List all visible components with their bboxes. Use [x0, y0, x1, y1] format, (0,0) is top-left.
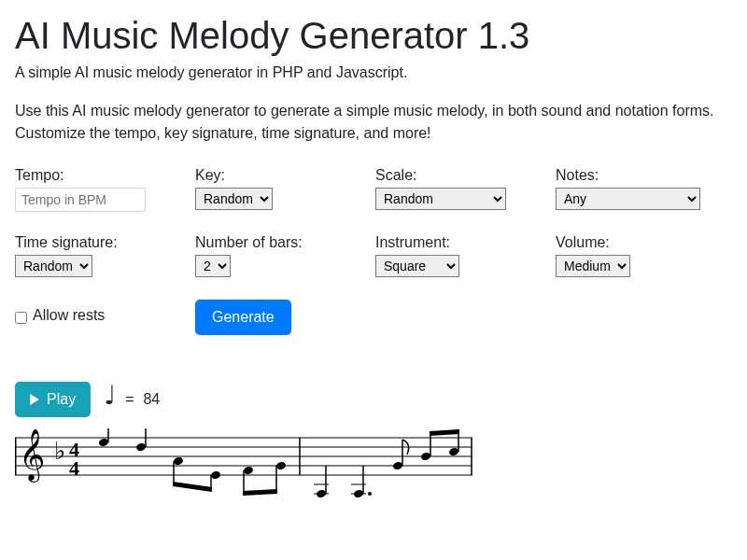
generate-group: Generate [195, 300, 364, 335]
svg-point-25 [316, 489, 327, 498]
tempo-input[interactable] [15, 188, 146, 212]
key-select[interactable]: Random [195, 188, 273, 210]
scale-label: Scale: [375, 167, 544, 184]
form-grid: Tempo: Key: Random Scale: Random Notes: … [15, 167, 725, 335]
play-button-label: Play [47, 391, 76, 408]
volume-label: Volume: [556, 234, 725, 251]
notes-group: Notes: Any [556, 167, 725, 212]
flat-icon: ♭ [54, 438, 65, 465]
allow-rests-checkbox[interactable] [15, 312, 27, 324]
output-section: Play ♩ = 84 𝄞 ♭ 4 4 [15, 382, 732, 512]
note [98, 428, 147, 452]
scale-select[interactable]: Random [375, 188, 506, 210]
instrument-group: Instrument: Square [375, 234, 544, 277]
svg-point-13 [173, 456, 184, 466]
svg-marker-38 [430, 429, 459, 436]
tempo-equals: = [125, 391, 134, 408]
svg-point-34 [420, 452, 431, 461]
tempo-display: ♩ = 84 [104, 386, 160, 413]
svg-point-10 [135, 442, 147, 452]
svg-point-8 [98, 438, 109, 447]
quarter-note-icon: ♩ [104, 383, 116, 409]
subtitle: A simple AI music melody generator in PH… [15, 64, 732, 81]
tempo-label: Tempo: [15, 167, 184, 184]
svg-marker-17 [173, 482, 212, 492]
svg-point-31 [368, 492, 372, 496]
time-signature-group: Time signature: Random [15, 234, 184, 277]
svg-point-29 [353, 489, 364, 498]
svg-point-36 [448, 447, 459, 456]
key-label: Key: [195, 167, 364, 184]
bars-group: Number of bars: 2 [195, 234, 364, 277]
music-notation: 𝄞 ♭ 4 4 [15, 428, 472, 512]
svg-point-20 [275, 461, 287, 470]
svg-point-18 [243, 466, 254, 475]
key-group: Key: Random [195, 167, 364, 212]
note [351, 466, 372, 498]
svg-point-32 [392, 461, 403, 470]
volume-group: Volume: Medium [556, 234, 725, 277]
time-signature-select[interactable]: Random [15, 255, 92, 277]
instrument-select[interactable]: Square [375, 255, 459, 277]
treble-clef-icon: 𝄞 [19, 428, 45, 483]
description: Use this AI music melody generator to ge… [15, 100, 732, 145]
volume-select[interactable]: Medium [556, 255, 630, 277]
page-title: AI Music Melody Generator 1.3 [15, 15, 732, 57]
scale-group: Scale: Random [375, 167, 544, 212]
time-sig-bottom: 4 [69, 456, 79, 480]
allow-rests-label: Allow rests [33, 307, 105, 324]
tempo-bpm: 84 [143, 391, 160, 408]
note [314, 466, 329, 498]
bars-select[interactable]: 2 [195, 255, 231, 277]
tempo-group: Tempo: [15, 167, 184, 212]
instrument-label: Instrument: [375, 234, 544, 251]
svg-marker-22 [243, 489, 277, 496]
notes-label: Notes: [556, 167, 725, 184]
svg-point-15 [210, 470, 221, 480]
notes-select[interactable]: Any [556, 188, 700, 210]
play-icon [30, 394, 39, 405]
note [173, 456, 221, 492]
play-row: Play ♩ = 84 [15, 382, 732, 417]
bars-label: Number of bars: [195, 234, 364, 251]
play-button[interactable]: Play [15, 382, 91, 417]
allow-rests-group: Allow rests [15, 300, 184, 335]
time-signature-label: Time signature: [15, 234, 184, 251]
generate-button[interactable]: Generate [195, 300, 291, 335]
